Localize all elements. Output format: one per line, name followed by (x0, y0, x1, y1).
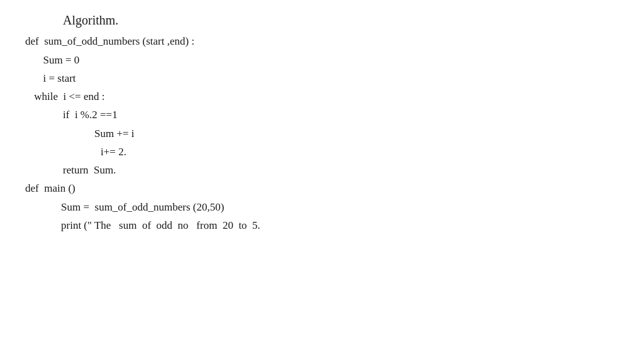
code-line-2: Sum = 0 (25, 51, 619, 69)
code-line-1: def sum_of_odd_numbers (start ,end) : (25, 32, 619, 50)
title-line: Algorithm. (25, 9, 619, 31)
code-line-6: Sum += i (25, 124, 619, 143)
code-line-11: print (" The sum of odd no from 20 to 5. (25, 216, 619, 234)
code-line-10: Sum = sum_of_odd_numbers (20,50) (25, 198, 619, 216)
code-line-4: while i <= end : (25, 87, 619, 106)
code-line-3: i = start (25, 69, 619, 87)
page-container: Algorithm. def sum_of_odd_numbers (start… (0, 0, 644, 362)
code-area: Algorithm. def sum_of_odd_numbers (start… (25, 9, 619, 234)
code-line-7: i+= 2. (25, 143, 619, 161)
code-line-8: return Sum. (25, 161, 619, 179)
code-line-9: def main () (25, 179, 619, 197)
code-line-5: if i %.2 ==1 (25, 106, 619, 124)
